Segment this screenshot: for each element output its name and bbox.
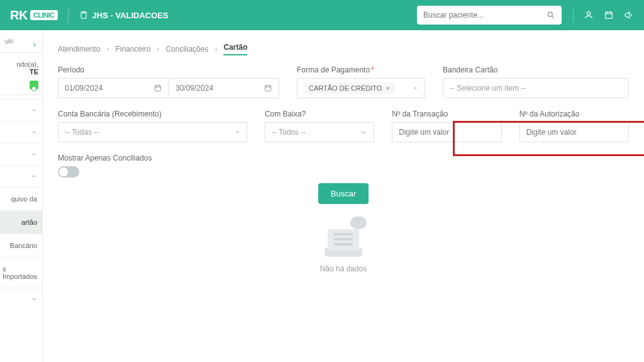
breadcrumb-atendimento[interactable]: Atendimento [58,45,100,54]
updown-icon[interactable] [235,128,240,137]
empty-tray-icon [328,229,359,251]
sidebar-welcome: ndo(a), TE [0,53,42,78]
header-divider [68,8,69,23]
sidebar-item-7[interactable]: s Importados [0,257,42,288]
sidebar-item-5[interactable]: artão [0,210,42,234]
search-patient-box[interactable] [417,6,562,25]
sidebar-welcome-line2: TE [30,68,38,76]
sidebar-item-label: artão [21,218,37,226]
com-baixa-select[interactable]: -- Todos -- [265,122,374,142]
sidebar-item-4[interactable]: quivo da [0,187,42,210]
label-mostrar-conciliados: Mostrar Apenas Conciliados [58,154,629,162]
sidebar-item-label: quivo da [11,195,37,203]
chevron-up-icon [31,173,37,179]
calendar-icon[interactable] [604,10,614,20]
n-transacao-field[interactable] [399,128,494,137]
bandeira-placeholder: -- Selecione um item -- [450,84,526,93]
svg-point-1 [548,12,552,16]
breadcrumb-current: Cartão [223,43,247,55]
svg-rect-4 [155,86,160,91]
forma-pagamento-chip: CARTÃO DE CRÉDITO× [304,82,395,94]
clipboard-icon [79,10,89,20]
label-bandeira: Bandeira Cartão [443,65,629,74]
label-n-transacao: Nº da Transação [392,110,501,118]
conta-bancaria-select[interactable]: -- Todas -- [58,122,247,142]
breadcrumb-financeiro[interactable]: Financeiro [115,45,150,54]
status-dot [30,81,38,89]
chip-remove-icon[interactable]: × [386,84,389,92]
n-transacao-input[interactable] [392,122,501,142]
conta-placeholder: -- Todas -- [65,128,99,137]
app-header: RK CLINIC JHS - VALIDACOES [0,0,644,30]
svg-point-2 [587,12,590,15]
n-autorizacao-input[interactable] [519,122,629,142]
sidebar-item-0[interactable] [0,99,42,121]
main-panel: Atendimento› Financeiro› Conciliações› C… [43,30,644,362]
sidebar-item-label: Bancário [10,242,37,249]
search-patient-input[interactable] [423,11,547,20]
calendar-icon[interactable] [264,84,272,93]
label-conta-bancaria: Conta Bancária (Recebimento) [58,110,247,118]
announcement-icon[interactable] [624,10,634,20]
com-baixa-placeholder: -- Todos -- [272,128,306,137]
breadcrumb: Atendimento› Financeiro› Conciliações› C… [58,30,629,65]
breadcrumb-conciliacoes[interactable]: Conciliações [165,45,208,54]
svg-rect-5 [265,86,270,91]
header-icons [573,8,634,22]
sidebar-item-2[interactable] [0,143,42,165]
clinic-name: JHS - VALIDACOES [92,11,169,20]
chevron-down-icon [31,107,37,113]
empty-text: Não há dados [58,264,629,273]
svg-rect-3 [606,12,613,18]
label-periodo: Período [58,65,279,74]
date-start-value: 01/09/2024 [65,84,103,93]
date-end-input[interactable]: 30/09/2024 [169,78,279,98]
sidebar-item-label: s Importados [3,265,37,280]
date-start-input[interactable]: 01/09/2024 [58,78,169,98]
n-autorizacao-field[interactable] [526,128,622,137]
label-n-autorizacao: Nº da Autorização [519,110,629,118]
buscar-button[interactable]: Buscar [318,183,369,204]
bandeira-select[interactable]: -- Selecione um item -- [443,78,629,98]
label-com-baixa: Com Baixa? [265,110,374,118]
calendar-icon[interactable] [153,84,162,93]
brand-badge: CLINIC [30,10,58,20]
sidebar-welcome-line1: ndo(a), [16,60,38,68]
brand-logo: RK CLINIC [10,8,58,23]
date-end-value: 30/09/2024 [175,84,213,93]
sidebar-collapse-toggle[interactable]: › [33,39,36,49]
chevron-down-icon [31,151,37,157]
updown-icon[interactable] [413,84,418,93]
mostrar-conciliados-toggle[interactable] [58,166,79,178]
chevron-down-icon [31,296,37,302]
empty-state: Não há dados [58,217,629,273]
search-icon[interactable] [547,11,555,20]
sidebar-item-3[interactable] [0,165,42,187]
chevron-down-icon[interactable] [360,128,367,136]
sidebar: ulo › ndo(a), TE quivo daartãoBancários … [0,30,43,362]
brand-left: RK [10,8,28,23]
user-icon[interactable] [584,10,594,20]
empty-bubble-icon [350,217,367,229]
chevron-down-icon [31,129,37,135]
forma-pagamento-select[interactable]: CARTÃO DE CRÉDITO× [297,78,425,98]
sidebar-item-6[interactable]: Bancário [0,234,42,257]
label-forma-pagamento: Forma de Pagamento* [297,65,425,74]
sidebar-item-1[interactable] [0,121,42,143]
sidebar-item-8[interactable] [0,288,42,310]
header-icons-divider [573,8,574,22]
